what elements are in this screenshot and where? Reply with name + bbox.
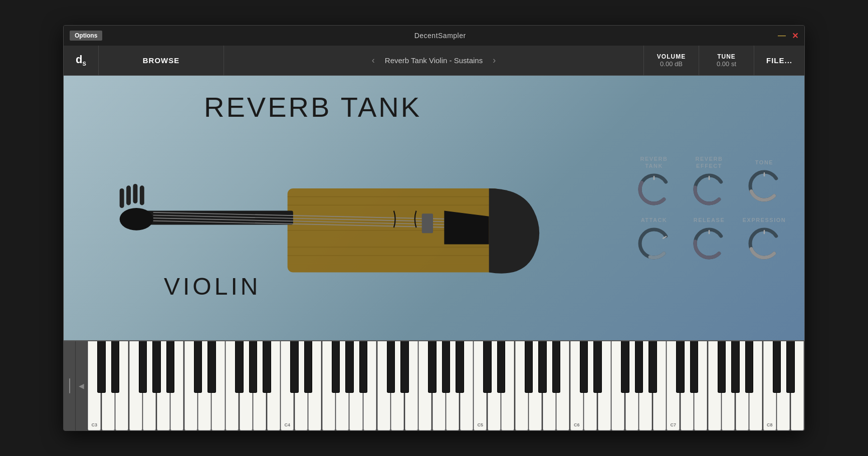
black-key[interactable]: [139, 341, 147, 393]
black-key[interactable]: [745, 341, 754, 393]
svg-rect-20: [140, 185, 144, 205]
black-key[interactable]: [718, 341, 726, 393]
logo-sub: S: [83, 61, 86, 67]
black-key[interactable]: [497, 341, 506, 393]
black-key[interactable]: [538, 341, 547, 393]
piano-wrapper: C3C4C5C6C7C8: [88, 341, 804, 430]
svg-point-16: [120, 208, 153, 231]
instrument-name: Reverb Tank Violin - Sustains: [385, 56, 483, 65]
pitch-strip: [64, 341, 76, 430]
svg-rect-17: [120, 188, 124, 208]
knob-reverb-tank: REVERB TANK: [629, 155, 679, 207]
black-key[interactable]: [483, 341, 492, 393]
instrument-title-violin: VIOLIN: [164, 273, 261, 300]
main-area: REVERB TANK VIOLIN REVERB TANK: [64, 76, 804, 430]
pitch-indicator: [69, 378, 70, 393]
scroll-left-arrow: ◀: [79, 382, 84, 390]
title-bar: Options DecentSampler — ✕: [64, 26, 804, 46]
black-key[interactable]: [731, 341, 740, 393]
key-label: C3: [91, 422, 97, 427]
next-instrument-button[interactable]: ›: [493, 55, 496, 66]
file-button[interactable]: FILE...: [754, 46, 804, 75]
black-key[interactable]: [263, 341, 271, 393]
knobs-panel: REVERB TANK REVERB EFFECT: [614, 76, 804, 340]
file-label: FILE...: [766, 56, 792, 65]
black-key[interactable]: [428, 341, 437, 393]
key-label: C7: [670, 422, 676, 427]
black-key[interactable]: [525, 341, 533, 393]
black-key[interactable]: [552, 341, 561, 393]
knob-expression: EXPRESSION: [739, 216, 789, 261]
svg-line-33: [663, 237, 666, 239]
tune-value: 0.00 st: [717, 60, 736, 68]
black-key[interactable]: [290, 341, 299, 393]
window-controls: — ✕: [778, 31, 798, 41]
black-key[interactable]: [400, 341, 409, 393]
tune-control[interactable]: TUNE 0.00 st: [699, 46, 754, 75]
keyboard-area: ◀ C3C4C5C6C7C8: [64, 340, 804, 430]
black-key[interactable]: [304, 341, 313, 393]
options-button[interactable]: Options: [70, 31, 102, 41]
app-window: Options DecentSampler — ✕ dS BROWSE ‹ Re…: [63, 25, 805, 431]
close-button[interactable]: ✕: [792, 31, 798, 41]
svg-rect-19: [133, 184, 137, 203]
keyboard-scroll-left[interactable]: ◀: [76, 341, 88, 430]
black-key[interactable]: [773, 341, 781, 393]
black-key[interactable]: [635, 341, 643, 393]
black-key[interactable]: [456, 341, 464, 393]
black-key[interactable]: [111, 341, 120, 393]
black-key[interactable]: [194, 341, 202, 393]
knob-tone: TONE: [739, 159, 789, 203]
reverb-tank-knob[interactable]: [637, 172, 671, 206]
key-label: C4: [284, 422, 290, 427]
svg-rect-21: [422, 213, 433, 233]
svg-rect-18: [126, 185, 131, 205]
tone-knob[interactable]: [747, 169, 781, 203]
black-key[interactable]: [580, 341, 588, 393]
knob-reverb-effect: REVERB EFFECT: [684, 155, 734, 207]
instrument-title-reverb: REVERB TANK: [204, 91, 421, 123]
volume-value: 0.00 dB: [660, 60, 683, 68]
black-key[interactable]: [207, 341, 216, 393]
black-key[interactable]: [359, 341, 368, 393]
browse-button[interactable]: BROWSE: [99, 46, 224, 75]
black-key[interactable]: [648, 341, 657, 393]
knobs-row-2: ATTACK RELEASE: [629, 216, 789, 261]
black-key[interactable]: [249, 341, 258, 393]
black-key[interactable]: [235, 341, 244, 393]
instrument-panel: REVERB TANK VIOLIN REVERB TANK: [64, 76, 804, 340]
black-key[interactable]: [690, 341, 699, 393]
black-key[interactable]: [593, 341, 602, 393]
browse-label: BROWSE: [143, 56, 180, 65]
knob-release: RELEASE: [684, 216, 734, 261]
knob-attack: ATTACK: [629, 216, 679, 261]
black-key[interactable]: [332, 341, 340, 393]
prev-instrument-button[interactable]: ‹: [372, 55, 375, 66]
app-title: DecentSampler: [414, 32, 466, 40]
attack-knob[interactable]: [637, 226, 671, 261]
tune-label: TUNE: [717, 53, 736, 60]
black-key[interactable]: [345, 341, 354, 393]
release-knob[interactable]: [692, 226, 726, 261]
black-key[interactable]: [442, 341, 451, 393]
black-key[interactable]: [676, 341, 685, 393]
key-label: C8: [767, 422, 773, 427]
black-key[interactable]: [166, 341, 175, 393]
black-key[interactable]: [621, 341, 629, 393]
instrument-selector: ‹ Reverb Tank Violin - Sustains ›: [224, 46, 644, 75]
black-key[interactable]: [387, 341, 395, 393]
header-bar: dS BROWSE ‹ Reverb Tank Violin - Sustain…: [64, 46, 804, 76]
black-key[interactable]: [97, 341, 106, 393]
key-label: C5: [477, 422, 483, 427]
black-key[interactable]: [152, 341, 161, 393]
black-key[interactable]: [786, 341, 795, 393]
volume-label: VOLUME: [657, 53, 686, 60]
logo: dS: [64, 46, 99, 75]
key-label: C6: [574, 422, 580, 427]
knobs-row-1: REVERB TANK REVERB EFFECT: [629, 155, 789, 207]
volume-control[interactable]: VOLUME 0.00 dB: [644, 46, 699, 75]
expression-knob[interactable]: [747, 226, 781, 261]
reverb-effect-knob[interactable]: [692, 172, 726, 206]
minimize-button[interactable]: —: [778, 32, 786, 40]
